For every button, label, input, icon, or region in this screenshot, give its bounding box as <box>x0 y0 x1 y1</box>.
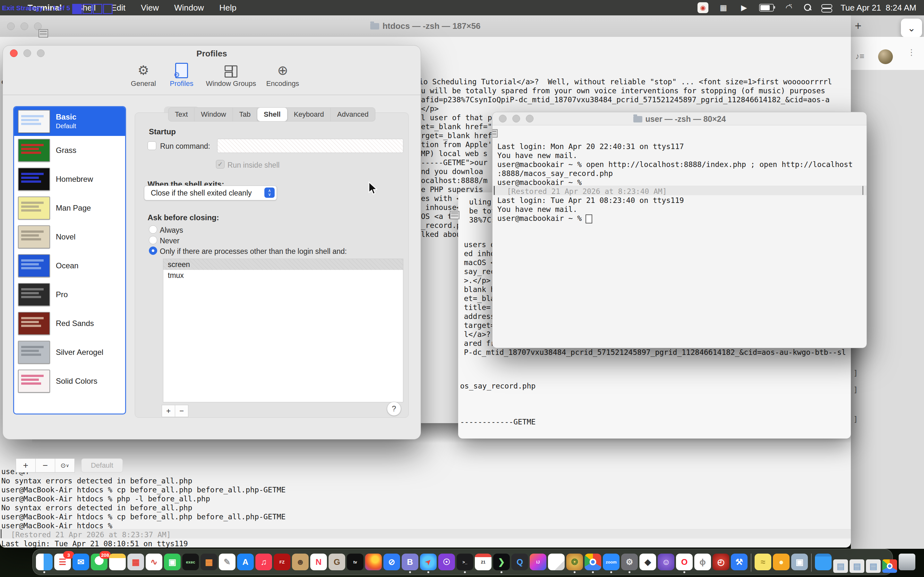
dock-item-messages[interactable]: 208 <box>91 554 107 570</box>
dock-item-trash[interactable] <box>899 554 915 570</box>
process-list-item[interactable]: tmux <box>163 270 403 281</box>
dock-item-paint-palette[interactable]: ❂ <box>566 554 583 570</box>
tab[interactable]: Advanced <box>331 108 375 121</box>
profile-list-item[interactable]: Grass <box>14 136 125 165</box>
shell-exits-dropdown[interactable]: Close if the shell exited cleanly ∧∨ <box>144 185 277 200</box>
dock-item-stickies[interactable]: ≈ <box>754 554 771 570</box>
tab[interactable]: Text <box>168 108 194 121</box>
dock-item-textedit[interactable]: ✎ <box>219 554 236 570</box>
dock-item-exec-app[interactable]: exec <box>182 554 199 570</box>
tab[interactable]: Keyboard <box>288 108 331 121</box>
menu-edit[interactable]: Edit <box>111 3 126 13</box>
new-tab-button[interactable]: + <box>855 19 861 33</box>
menu-view[interactable]: View <box>141 3 159 13</box>
dock-item-inkscape[interactable]: ◆ <box>640 554 656 570</box>
dock-item-sep2[interactable] <box>809 554 813 570</box>
user-titlebar[interactable]: user — -zsh — 80×24 <box>493 112 867 125</box>
page-indicator-icon[interactable] <box>493 129 498 137</box>
dock-item-libreoffice[interactable] <box>548 554 565 570</box>
dock-item-opera[interactable]: O <box>676 554 693 570</box>
dock-item-news[interactable]: N <box>310 554 327 570</box>
terminal-settings-window[interactable]: Profiles ⚙ General Profiles Window Group… <box>3 45 421 440</box>
dock-item-gimp[interactable]: G <box>328 554 345 570</box>
dock-item-quicktime[interactable]: Q <box>511 554 528 570</box>
dock-item-xcode[interactable]: ⚒ <box>731 554 748 570</box>
dock-item-calculator[interactable]: ▦ <box>200 554 217 570</box>
more-options-icon[interactable]: ⋮ <box>907 50 916 55</box>
profile-list-item[interactable]: Pro <box>14 280 125 309</box>
dock-item-tv[interactable]: tv <box>347 554 363 570</box>
dock-item-facetime[interactable]: ▣ <box>164 554 181 570</box>
dock-item-mail[interactable]: ✉ <box>73 554 89 570</box>
spotlight-icon[interactable] <box>804 4 812 11</box>
dock-item-chrome[interactable] <box>585 554 601 570</box>
now-playing-icon[interactable]: ▶ <box>738 3 750 13</box>
chevron-down-button[interactable]: ⌄ <box>901 19 922 37</box>
screen-recording-icon[interactable]: ◉ <box>698 2 708 13</box>
dock-item-launchpad[interactable]: ▦ <box>128 554 144 570</box>
dock-item-sep1[interactable] <box>749 554 753 570</box>
toolbar-profiles[interactable]: Profiles <box>158 63 206 88</box>
remove-process-button[interactable]: − <box>175 405 188 417</box>
tab[interactable]: Window <box>194 108 233 121</box>
dock-item-system-settings[interactable]: ⚙ <box>621 554 638 570</box>
window-switcher-icon[interactable]: ▦ <box>718 3 729 13</box>
close-button[interactable] <box>10 49 18 57</box>
dock-item-minimized-chrome[interactable] <box>882 559 897 573</box>
remove-profile-button[interactable]: − <box>35 458 55 472</box>
profile-list-item[interactable]: Red Sands <box>14 309 125 338</box>
tab[interactable]: Tab <box>233 108 257 121</box>
user-terminal-window[interactable]: user — -zsh — 80×24 Last login: Mon Apr … <box>492 112 867 348</box>
dock-item-minimized-window-1[interactable]: ▤ <box>833 559 848 573</box>
dock-item-reminders[interactable]: ☰ 3 <box>54 554 71 570</box>
wifi-icon[interactable]: ◠̈ <box>783 3 795 13</box>
dock-item-minimized-window-3[interactable]: ▤ <box>866 559 881 573</box>
dock-item-firefox[interactable] <box>365 554 382 570</box>
toolbar-window-groups[interactable]: Window Groups <box>199 63 263 88</box>
dock-item-minimized-window-2[interactable]: ▤ <box>850 559 864 573</box>
process-list-item[interactable]: screen <box>163 259 403 270</box>
dock-item-filezilla[interactable]: FZ <box>274 554 290 570</box>
profile-list-item[interactable]: Homebrew <box>14 165 125 193</box>
profile-list-actions[interactable]: + − ⊙∨ <box>16 458 74 472</box>
dock-item-freeform[interactable]: ∿ <box>145 554 162 570</box>
process-list[interactable]: screen tmux <box>163 259 403 402</box>
profile-list-item[interactable]: Ocean <box>14 251 125 280</box>
more-actions-button[interactable]: ⊙∨ <box>55 458 75 472</box>
user-terminal-content[interactable]: Last login: Mon Apr 20 22:40:31 on ttys1… <box>493 125 867 348</box>
dock-item-gauge-app[interactable]: ◴ <box>712 554 729 570</box>
avatar[interactable] <box>878 49 893 64</box>
control-center-icon[interactable] <box>821 4 831 11</box>
window-controls[interactable] <box>10 49 45 57</box>
dock-item-app-store[interactable]: A <box>237 554 254 570</box>
toolbar-encodings[interactable]: ⊕ Encodings <box>258 63 307 88</box>
add-process-button[interactable]: + <box>162 405 175 417</box>
battery-icon[interactable] <box>759 4 774 11</box>
dock-item-blocked-app[interactable]: ⊘ <box>383 554 400 570</box>
profile-list-item[interactable]: BasicDefault <box>14 107 125 136</box>
tab[interactable]: Shell <box>257 108 288 121</box>
htdocs-titlebar[interactable]: htdocs — -zsh — 187×56 <box>0 15 851 37</box>
dock-item-iterm[interactable]: ❯ <box>493 554 510 570</box>
default-button[interactable]: Default <box>81 458 123 472</box>
dock-item-downloads-folder[interactable] <box>815 554 832 570</box>
dock-item-bbedit[interactable]: B <box>402 554 418 570</box>
dock-item-zoom[interactable]: zoom <box>603 554 620 570</box>
radio-never[interactable] <box>149 236 157 244</box>
dock-item-terminal[interactable]: >_ <box>457 554 473 570</box>
page-indicator-icon[interactable] <box>39 29 48 37</box>
run-inside-shell-checkbox[interactable]: ✓ <box>216 160 225 169</box>
dock-item-safari[interactable]: ➤ <box>420 554 437 570</box>
dock-item-music[interactable]: ♫ <box>255 554 272 570</box>
minimize-button[interactable] <box>23 49 31 57</box>
dock-item-herd[interactable]: ɸ <box>694 554 711 570</box>
dock[interactable]: ☰ 3 ✉ 208 ▦ ∿ <box>32 549 893 575</box>
radio-always[interactable] <box>149 226 157 234</box>
dock-item-idea-bulb[interactable]: ● <box>773 554 790 570</box>
dock-item-screenshot-preview[interactable]: ▣ <box>791 554 808 570</box>
settings-tabs[interactable]: TextWindowTabShellKeyboardAdvanced <box>168 107 375 121</box>
dock-item-intellij[interactable]: IJ <box>530 554 546 570</box>
profile-list-item[interactable]: Solid Colors <box>14 367 125 396</box>
playlist-icon[interactable]: ♪≡ <box>855 51 864 61</box>
menu-help[interactable]: Help <box>219 3 236 13</box>
